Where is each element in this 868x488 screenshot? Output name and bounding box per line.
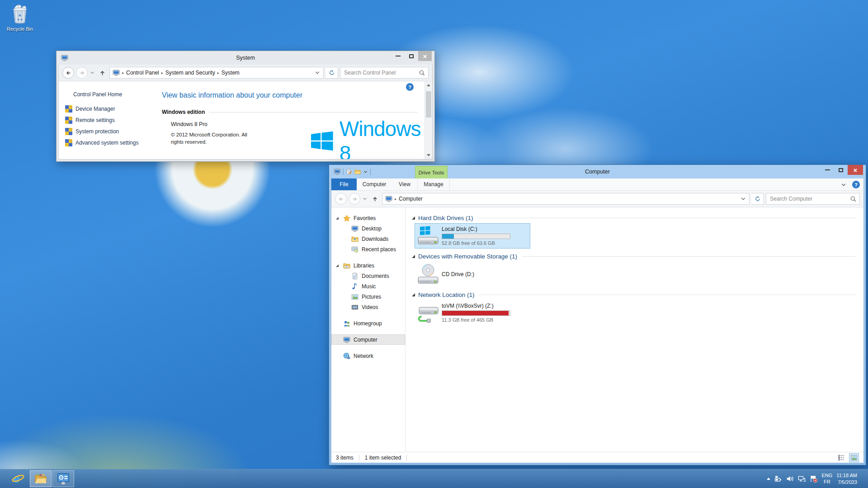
network-tray-icon[interactable]	[798, 475, 806, 483]
address-dropdown-chevron-icon[interactable]	[740, 196, 746, 202]
breadcrumb-separator: ▸	[122, 71, 124, 75]
clock[interactable]: 11:18 AM 7/5/2023	[836, 472, 860, 485]
uac-shield-icon	[65, 117, 72, 124]
up-button[interactable]	[97, 67, 108, 78]
sidebar-item-computer[interactable]: Computer	[331, 334, 405, 345]
minimize-button[interactable]	[821, 165, 834, 175]
recent-pages-chevron-icon[interactable]	[362, 196, 368, 202]
refresh-button[interactable]	[326, 67, 338, 79]
tab-view[interactable]: View	[392, 178, 417, 190]
scrollbar-thumb[interactable]	[426, 91, 431, 117]
sidebar-item-documents[interactable]: Documents	[331, 271, 405, 281]
taskbar-control-panel-button[interactable]	[52, 470, 74, 487]
sidebar-item-system-protection[interactable]: System protection	[65, 128, 152, 135]
sidebar-item-favorites[interactable]: Favorites	[331, 213, 405, 223]
tab-file[interactable]: File	[331, 178, 357, 190]
sidebar-item-homegroup[interactable]: Homegroup	[331, 318, 405, 328]
refresh-button[interactable]	[751, 193, 764, 205]
windows-flag-icon	[311, 129, 333, 153]
back-button[interactable]	[335, 193, 347, 205]
windows8-logo-text: Windows 8	[340, 117, 425, 159]
sidebar-item-recent-places[interactable]: Recent places	[331, 244, 405, 254]
sidebar-item-device-manager[interactable]: Device Manager	[65, 105, 152, 113]
taskbar-file-explorer-button[interactable]	[30, 470, 52, 487]
hidden-icons-chevron-icon[interactable]	[767, 478, 770, 480]
computer-crumb-icon	[385, 195, 392, 202]
sidebar-item-downloads[interactable]: Downloads	[331, 234, 405, 244]
recycle-bin-desktop-icon[interactable]: Recycle Bin	[3, 3, 37, 32]
drive-item-tovm-z[interactable]: toVM (\\VBoxSvr) (Z:) 11.3 GB free of 46…	[415, 300, 530, 325]
system-titlebar[interactable]: System ×	[58, 51, 433, 65]
breadcrumb-control-panel[interactable]: Control Panel	[126, 70, 159, 76]
tab-computer[interactable]: Computer	[357, 178, 392, 190]
search-input[interactable]	[766, 193, 859, 204]
disk-usage-fill	[442, 311, 509, 315]
breadcrumb-computer[interactable]: Computer	[399, 196, 423, 202]
collapse-group-icon[interactable]	[412, 216, 415, 220]
help-button[interactable]: ?	[406, 83, 414, 91]
address-dropdown-chevron-icon[interactable]	[314, 70, 321, 76]
collapse-group-icon[interactable]	[412, 255, 415, 258]
expanded-marker-icon[interactable]	[336, 217, 339, 220]
sidebar-item-desktop[interactable]: Desktop	[331, 223, 405, 234]
taskbar-internet-explorer-button[interactable]	[7, 470, 29, 487]
maximize-button[interactable]	[405, 51, 418, 61]
volume-icon[interactable]	[786, 475, 794, 483]
vertical-scrollbar[interactable]	[425, 81, 432, 159]
details-view-button[interactable]	[836, 453, 846, 462]
group-header-hard-disk-drives[interactable]: Hard Disk Drives (1)	[412, 215, 855, 221]
collapse-group-icon[interactable]	[412, 293, 415, 296]
drive-tools-contextual-tab[interactable]: Drive Tools	[415, 166, 448, 178]
sidebar-item-control-panel-home[interactable]: Control Panel Home	[65, 91, 152, 98]
help-button[interactable]: ?	[852, 181, 860, 188]
properties-icon[interactable]	[346, 169, 352, 175]
sidebar-item-music[interactable]: Music	[331, 281, 405, 291]
minimize-button[interactable]	[391, 51, 405, 61]
recent-pages-chevron-icon[interactable]	[90, 70, 95, 75]
search-box[interactable]	[766, 193, 860, 205]
search-box[interactable]	[340, 67, 429, 79]
customize-qat-chevron-icon[interactable]	[363, 169, 368, 174]
sidebar-item-network[interactable]: Network	[331, 351, 405, 361]
group-header-removable-storage[interactable]: Devices with Removable Storage (1)	[412, 253, 855, 260]
sidebar-item-videos[interactable]: Videos	[331, 302, 405, 312]
sidebar-item-pictures[interactable]: Pictures	[331, 291, 405, 302]
action-center-flag-icon[interactable]	[810, 475, 817, 483]
scroll-up-button[interactable]	[425, 81, 432, 89]
up-button[interactable]	[369, 193, 380, 204]
breadcrumb-system[interactable]: System	[222, 70, 240, 76]
computer-titlebar[interactable]: Drive Tools Computer ×	[331, 165, 864, 178]
group-header-network-location[interactable]: Network Location (1)	[412, 291, 855, 298]
power-icon[interactable]	[774, 475, 782, 483]
sidebar-item-remote-settings[interactable]: Remote settings	[65, 117, 152, 124]
forward-button[interactable]	[349, 193, 360, 205]
search-input[interactable]	[340, 67, 428, 78]
close-button[interactable]: ×	[418, 51, 432, 61]
disk-usage-bar	[442, 310, 510, 316]
sidebar-item-advanced-system-settings[interactable]: Advanced system settings	[65, 139, 152, 146]
homegroup-icon	[343, 320, 350, 327]
breadcrumb-system-and-security[interactable]: System and Security	[165, 70, 215, 76]
thumbnail-view-icon	[850, 454, 858, 461]
new-folder-icon[interactable]	[354, 169, 361, 175]
large-icons-view-button[interactable]	[849, 453, 859, 462]
hard-drive-icon	[417, 225, 439, 247]
sidebar-item-libraries[interactable]: Libraries	[331, 260, 405, 271]
address-bar[interactable]: ▸ Control Panel ▸ System and Security ▸ …	[109, 67, 324, 79]
expand-ribbon-chevron-icon[interactable]	[840, 182, 847, 188]
scroll-down-button[interactable]	[425, 151, 432, 159]
maximize-button[interactable]	[834, 165, 848, 175]
desktop: Recycle Bin System × ▸ Control Panel	[0, 0, 868, 488]
expanded-marker-icon[interactable]	[336, 264, 339, 267]
language-indicator[interactable]: ENG FR	[821, 473, 832, 485]
system-window-title: System	[58, 55, 433, 61]
tab-manage[interactable]: Manage	[417, 178, 450, 190]
forward-button[interactable]	[76, 67, 88, 79]
back-button[interactable]	[62, 67, 74, 79]
disk-usage-bar	[442, 234, 510, 239]
drive-item-cd-drive-d[interactable]: CD Drive (D:)	[415, 262, 530, 287]
address-bar[interactable]: ▸ Computer	[382, 193, 750, 205]
close-button[interactable]: ×	[848, 165, 863, 175]
drive-item-local-disk-c[interactable]: Local Disk (C:) 52.8 GB free of 63.6 GB	[415, 223, 530, 249]
computer-window-icon	[334, 168, 341, 175]
